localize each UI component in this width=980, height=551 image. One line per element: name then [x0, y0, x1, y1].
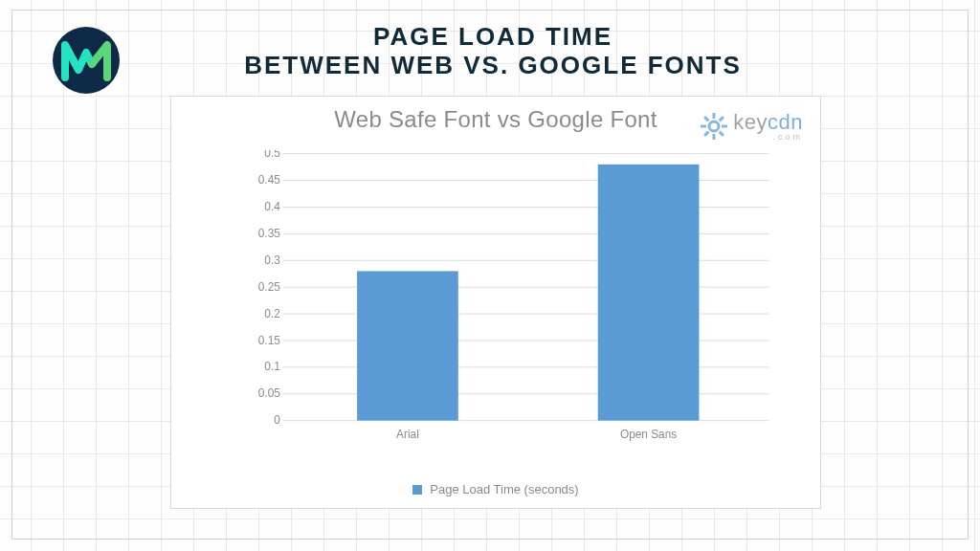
- svg-point-0: [709, 121, 719, 131]
- svg-text:0.4: 0.4: [264, 200, 280, 213]
- headline-line2: BETWEEN WEB VS. GOOGLE FONTS: [201, 52, 785, 80]
- chart-bar: [598, 165, 700, 421]
- watermark-brand-prefix: key: [733, 110, 768, 134]
- svg-rect-8: [719, 130, 724, 136]
- svg-text:0.45: 0.45: [258, 173, 280, 187]
- svg-text:0.25: 0.25: [258, 280, 280, 294]
- watermark-text: keycdn .com: [733, 110, 803, 142]
- chart-x-labels: ArialOpen Sans: [396, 428, 677, 441]
- svg-text:0.5: 0.5: [264, 150, 280, 160]
- svg-text:0.35: 0.35: [258, 227, 280, 240]
- legend-label: Page Load Time (seconds): [430, 482, 578, 496]
- legend-swatch: [412, 485, 422, 495]
- svg-text:0.15: 0.15: [258, 334, 280, 347]
- svg-text:0.2: 0.2: [264, 307, 279, 320]
- svg-rect-3: [701, 124, 706, 127]
- chart-category-label: Open Sans: [620, 428, 677, 441]
- svg-rect-1: [713, 113, 716, 119]
- chart-plot: 00.050.10.150.20.250.30.350.40.450.5 Ari…: [229, 150, 803, 447]
- brand-m-check-icon: [57, 32, 115, 89]
- svg-rect-2: [713, 134, 716, 140]
- page-title: PAGE LOAD TIME BETWEEN WEB VS. GOOGLE FO…: [201, 23, 785, 80]
- brand-logo: [53, 27, 120, 94]
- chart-bar: [357, 271, 458, 420]
- chart-container: Web Safe Font vs Google Font: [170, 96, 821, 509]
- watermark-brand-suffix: cdn: [768, 110, 803, 134]
- svg-text:0: 0: [274, 413, 280, 427]
- svg-rect-6: [703, 130, 709, 136]
- gear-icon: [701, 113, 727, 140]
- svg-rect-5: [719, 116, 724, 121]
- chart-bars: [357, 165, 699, 421]
- svg-text:0.1: 0.1: [264, 360, 280, 373]
- chart-y-axis: 00.050.10.150.20.250.30.350.40.450.5: [258, 150, 287, 427]
- svg-rect-4: [722, 124, 727, 127]
- headline-line1: PAGE LOAD TIME: [201, 23, 785, 52]
- svg-text:0.05: 0.05: [258, 386, 280, 400]
- watermark: keycdn .com: [701, 110, 803, 142]
- chart-category-label: Arial: [396, 428, 419, 441]
- chart-legend: Page Load Time (seconds): [171, 482, 820, 496]
- svg-text:0.3: 0.3: [264, 253, 280, 267]
- svg-rect-7: [703, 116, 709, 121]
